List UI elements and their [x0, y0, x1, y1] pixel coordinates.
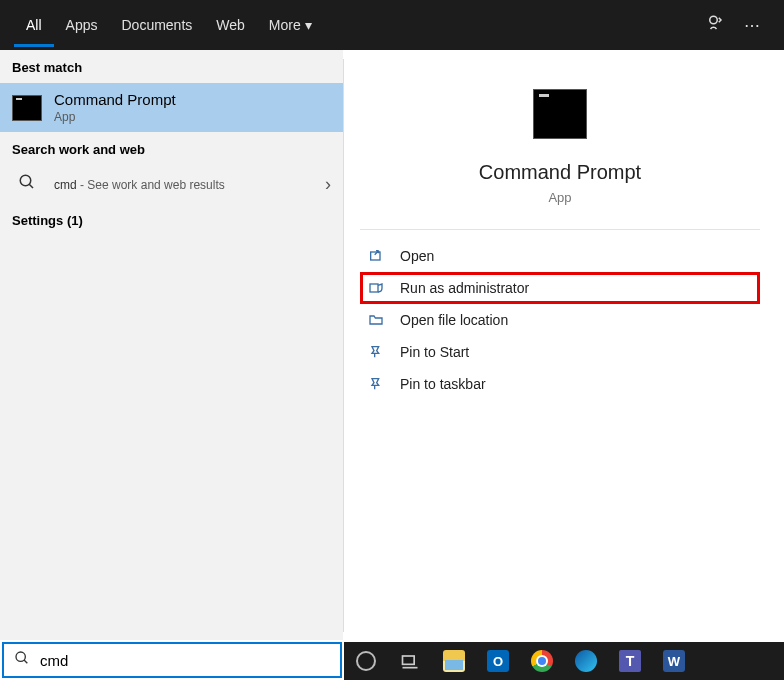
svg-point-1: [20, 175, 31, 186]
svg-line-2: [29, 184, 33, 188]
task-view-button[interactable]: [394, 645, 426, 677]
cortana-button[interactable]: [350, 645, 382, 677]
svg-point-0: [710, 16, 718, 24]
file-explorer-button[interactable]: [438, 645, 470, 677]
admin-shield-icon: [368, 280, 386, 296]
outlook-button[interactable]: O: [482, 645, 514, 677]
result-subtitle: App: [54, 110, 331, 124]
best-match-header: Best match: [0, 50, 343, 83]
word-button[interactable]: W: [658, 645, 690, 677]
svg-rect-9: [403, 656, 415, 664]
search-icon: [4, 650, 40, 670]
pin-icon: [368, 376, 386, 392]
results-panel: Best match Command Prompt App Search wor…: [0, 50, 343, 640]
chevron-right-icon: ›: [325, 174, 331, 195]
chrome-button[interactable]: [526, 645, 558, 677]
edge-button[interactable]: [570, 645, 602, 677]
svg-line-8: [24, 660, 27, 663]
search-tab-bar: All Apps Documents Web More ▾ ⋯: [0, 0, 784, 50]
search-icon: [12, 173, 42, 195]
search-bar[interactable]: [2, 642, 342, 678]
action-open-file-location[interactable]: Open file location: [344, 304, 776, 336]
command-prompt-icon: [12, 95, 42, 121]
pin-icon: [368, 344, 386, 360]
taskbar: O T W: [344, 642, 784, 680]
svg-rect-4: [370, 284, 378, 292]
action-pin-to-taskbar[interactable]: Pin to taskbar: [344, 368, 776, 400]
tab-documents[interactable]: Documents: [109, 3, 204, 47]
divider: [360, 229, 760, 230]
open-icon: [368, 248, 386, 264]
search-web-header: Search work and web: [0, 132, 343, 165]
result-command-prompt[interactable]: Command Prompt App: [0, 83, 343, 132]
svg-point-7: [16, 652, 25, 661]
tab-all[interactable]: All: [14, 3, 54, 47]
preview-panel: Command Prompt App Open Run as administr…: [343, 59, 776, 632]
search-input[interactable]: [40, 648, 340, 673]
tab-apps[interactable]: Apps: [54, 3, 110, 47]
action-run-as-admin[interactable]: Run as administrator: [360, 272, 760, 304]
result-title: Command Prompt: [54, 91, 331, 108]
result-web-cmd[interactable]: cmd - See work and web results ›: [0, 165, 343, 203]
action-pin-to-start[interactable]: Pin to Start: [344, 336, 776, 368]
more-options-icon[interactable]: ⋯: [734, 16, 770, 35]
preview-app-icon: [533, 89, 587, 139]
settings-header[interactable]: Settings (1): [0, 203, 343, 236]
action-open[interactable]: Open: [344, 240, 776, 272]
preview-title: Command Prompt: [344, 161, 776, 184]
preview-subtitle: App: [344, 190, 776, 205]
feedback-icon[interactable]: [696, 14, 734, 36]
folder-icon: [368, 312, 386, 328]
tab-more[interactable]: More ▾: [257, 3, 324, 47]
tab-web[interactable]: Web: [204, 3, 257, 47]
teams-button[interactable]: T: [614, 645, 646, 677]
